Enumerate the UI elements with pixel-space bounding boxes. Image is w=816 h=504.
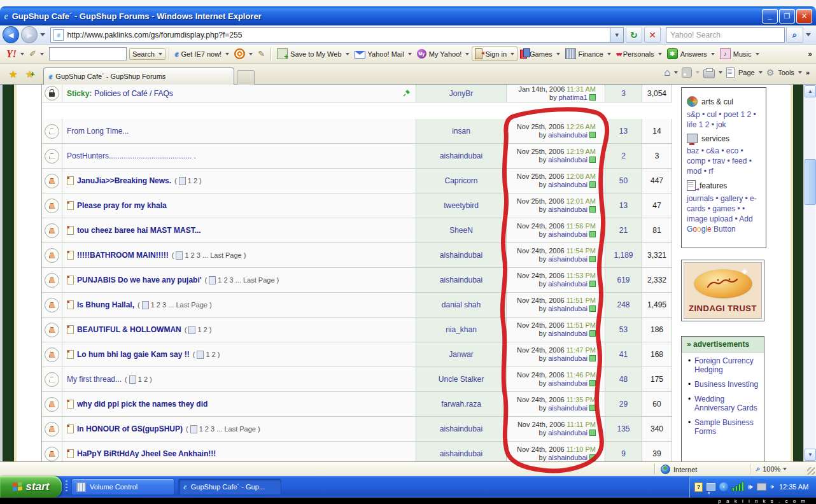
- command-overflow-chevron[interactable]: »: [806, 69, 810, 76]
- back-button[interactable]: ◄: [3, 26, 19, 43]
- page-links[interactable]: 1 2: [138, 375, 148, 383]
- url-dropdown-button[interactable]: ▼: [610, 27, 623, 43]
- goto-last-post-icon[interactable]: [589, 454, 596, 461]
- thread-title-link[interactable]: Is Bhung Hallal,: [77, 300, 134, 309]
- sidebar-section-links[interactable]: journals • gallery • e-cards • games • •…: [687, 193, 761, 234]
- author-link[interactable]: aishaindubai: [440, 449, 482, 458]
- window-tray-icon[interactable]: [707, 483, 715, 491]
- home-dropdown-icon[interactable]: [674, 71, 678, 74]
- start-button[interactable]: start: [0, 476, 62, 498]
- add-favorite-icon[interactable]: ★: [25, 69, 34, 80]
- goto-last-post-icon[interactable]: [589, 305, 596, 312]
- tools-menu-label[interactable]: Tools: [778, 69, 794, 76]
- search-input[interactable]: Yahoo! Search: [666, 27, 785, 43]
- author-link[interactable]: nia_khan: [446, 325, 477, 334]
- thread-title-link[interactable]: Please pray for my khala: [77, 201, 167, 210]
- replies-count[interactable]: 248: [617, 300, 630, 309]
- replies-count[interactable]: 48: [619, 375, 628, 384]
- replies-count[interactable]: 21: [619, 226, 628, 235]
- last-poster-link[interactable]: aishaindubai: [548, 156, 587, 164]
- zoom-dropdown-icon[interactable]: [783, 468, 787, 470]
- forward-button[interactable]: ►: [21, 26, 38, 43]
- last-poster-link[interactable]: aishaindubai: [548, 330, 587, 337]
- last-poster-link[interactable]: aishaindubai: [548, 404, 587, 412]
- last-poster-link[interactable]: aishaindubai: [548, 131, 587, 139]
- url-field[interactable]: e http://www.paklinks.com/gs/forumdispla…: [50, 27, 610, 43]
- thread-title-link[interactable]: PUNJABIS Do we have any pujabi': [77, 276, 202, 284]
- display-tray-icon[interactable]: [757, 483, 766, 491]
- page-menu-icon[interactable]: [726, 67, 735, 78]
- pencil-button[interactable]: ✐: [27, 48, 46, 60]
- tab-gupshup[interactable]: e GupShup Cafe´ - GupShup Forums: [43, 67, 234, 85]
- url-text[interactable]: http://www.paklinks.com/gs/forumdisplay.…: [67, 31, 242, 39]
- goto-last-post-icon[interactable]: [589, 281, 596, 287]
- zoom-level[interactable]: 100%: [763, 465, 780, 473]
- goto-last-post-icon[interactable]: [589, 405, 596, 411]
- replies-count[interactable]: 13: [619, 127, 628, 136]
- author-link[interactable]: JonyBr: [449, 89, 473, 98]
- goto-last-post-icon[interactable]: [589, 157, 596, 163]
- goto-last-post-icon[interactable]: [589, 206, 596, 213]
- goto-last-post-icon[interactable]: [589, 181, 596, 188]
- author-link[interactable]: Capricorn: [444, 176, 477, 185]
- last-poster-link[interactable]: aishaindubai: [548, 379, 587, 387]
- page-links[interactable]: 1 2 3 ... Last Page: [151, 301, 208, 309]
- author-link[interactable]: tweetybird: [444, 201, 479, 210]
- scrollbar-thumb[interactable]: [805, 159, 816, 205]
- last-poster-link[interactable]: aishaindubai: [548, 255, 587, 263]
- minimize-button[interactable]: _: [762, 9, 778, 24]
- new-tab-stub[interactable]: [237, 70, 255, 85]
- thread-title-link[interactable]: My first thread...: [67, 375, 122, 384]
- toolbar-button-finance[interactable]: Finance: [563, 47, 614, 60]
- thread-title-link[interactable]: HaPpY BiRtHdAy Jheel See Ankhain!!!: [77, 449, 216, 458]
- last-poster-link[interactable]: aishaindubai: [548, 454, 587, 461]
- sidebar-section-links[interactable]: baz • c&a • eco • comp • trav • feed • m…: [687, 146, 761, 176]
- resize-grip[interactable]: [807, 467, 815, 475]
- yahoo-search-button[interactable]: Search: [129, 48, 165, 60]
- close-button[interactable]: ✕: [796, 9, 812, 24]
- search-dropdown-icon[interactable]: [806, 33, 811, 36]
- goto-last-post-icon[interactable]: [589, 355, 596, 361]
- toolbar-button-personals[interactable]: ♥♥Personals: [614, 49, 665, 59]
- thread-title-link[interactable]: JanuJia>>Breaking News.: [77, 176, 171, 185]
- language-bar-icon[interactable]: ‹: [719, 482, 728, 491]
- author-link[interactable]: aishaindubai: [440, 276, 482, 284]
- toolbar-button-sign-in[interactable]: Sign in: [472, 46, 517, 61]
- page-links[interactable]: 1 2: [206, 351, 215, 358]
- sidebar-section-links[interactable]: s&p • cul • poet 1 2 • life 1 2 • jok: [687, 109, 761, 130]
- clock[interactable]: 12:35 AM: [779, 483, 808, 491]
- sound-tray-icon[interactable]: 🕩: [770, 483, 774, 491]
- task-button-2[interactable]: eGupShup Cafe´ - Gup...: [178, 479, 281, 495]
- last-poster-link[interactable]: aishaindubai: [548, 206, 587, 213]
- toolbar-button-yahoo-mail[interactable]: Yahoo! Mail: [352, 48, 414, 60]
- toolbar-overflow-chevron[interactable]: »: [808, 50, 812, 59]
- page-menu-label[interactable]: Page: [738, 69, 755, 76]
- volume-tray-icon[interactable]: 🕪: [748, 482, 753, 491]
- replies-count[interactable]: 619: [617, 276, 630, 284]
- search-go-button[interactable]: ⌕: [786, 27, 803, 43]
- thread-title-link[interactable]: Policies of Café / FAQs: [94, 89, 172, 98]
- thread-title-link[interactable]: BEAUTIFUL & HOLLOWMAN: [77, 325, 181, 334]
- print-icon[interactable]: [703, 69, 715, 78]
- task-button-1[interactable]: Volume Control: [71, 479, 174, 495]
- title-bar[interactable]: e GupShup Cafe´ - GupShup Forums - Windo…: [0, 6, 816, 25]
- replies-count[interactable]: 29: [619, 400, 628, 409]
- page-links[interactable]: 1 2 3 ... Last Page: [199, 425, 256, 433]
- replies-count[interactable]: 13: [619, 201, 628, 210]
- rss-feed-icon[interactable]: [682, 67, 692, 78]
- replies-count[interactable]: 9: [621, 449, 626, 458]
- thread-title-link[interactable]: PostHunters.............................…: [67, 151, 196, 160]
- home-icon[interactable]: ⌂: [664, 67, 670, 78]
- last-poster-link[interactable]: aishaindubai: [548, 305, 587, 312]
- tools-dropdown-icon[interactable]: [798, 71, 802, 74]
- author-link[interactable]: danial shah: [442, 300, 481, 309]
- history-dropdown-icon[interactable]: [40, 33, 45, 36]
- goto-last-post-icon[interactable]: [589, 430, 596, 436]
- last-poster-link[interactable]: aishaindubai: [548, 280, 587, 288]
- help-tray-icon[interactable]: ?: [694, 482, 703, 492]
- favorites-star-icon[interactable]: ★: [9, 69, 17, 80]
- ad-link[interactable]: Wedding Anniversary Cards: [688, 395, 759, 412]
- goto-last-post-icon[interactable]: [589, 132, 596, 138]
- replies-count[interactable]: 1,189: [614, 251, 633, 260]
- network-signal-icon[interactable]: [732, 483, 744, 491]
